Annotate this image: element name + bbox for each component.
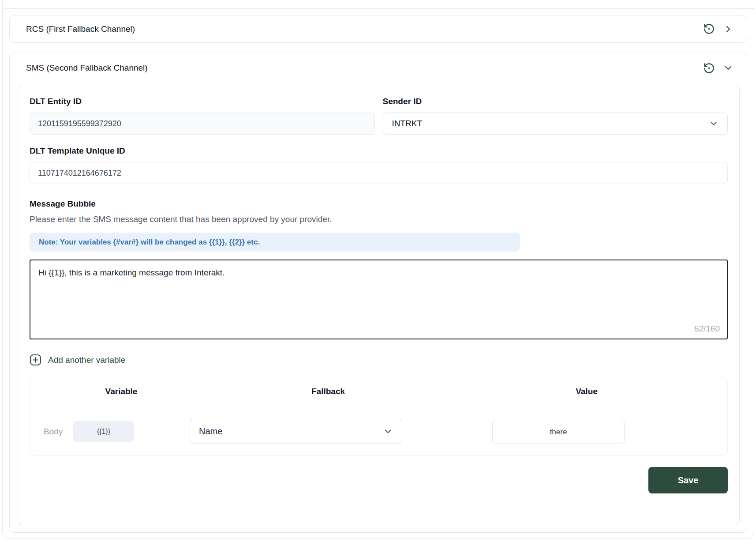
sms-panel: SMS (Second Fallback Channel) — [9, 52, 747, 533]
sms-message-textarea[interactable]: Hi {{1}}, this is a marketing message fr… — [30, 260, 728, 339]
dlt-entity-id-input[interactable] — [30, 113, 375, 135]
variable-value-input[interactable] — [492, 420, 625, 444]
history-restore-icon[interactable] — [703, 23, 715, 35]
save-button[interactable]: Save — [648, 467, 728, 493]
sms-settings-card: DLT Entity ID Sender ID INTRKT — [18, 85, 740, 525]
column-header-variable: Variable — [105, 387, 138, 396]
sender-id-select[interactable]: INTRKT — [383, 113, 728, 135]
message-bubble-heading: Message Bubble — [30, 199, 728, 209]
rcs-panel: RCS (First Fallback Channel) — [9, 15, 747, 43]
chevron-right-icon[interactable] — [723, 24, 734, 34]
column-header-value: Value — [576, 387, 598, 396]
plus-icon — [30, 354, 41, 366]
fallback-selected-value: Name — [199, 426, 383, 437]
dlt-template-id-label: DLT Template Unique ID — [30, 146, 728, 156]
variables-table: Variable Fallback Value Body {{1}} Name — [30, 379, 728, 455]
character-counter: 52/160 — [694, 324, 720, 334]
chevron-down-icon — [709, 119, 719, 128]
sender-id-label: Sender ID — [383, 97, 728, 106]
message-bubble-helper-text: Please enter the SMS message content tha… — [30, 215, 728, 224]
sender-id-selected-value: INTRKT — [392, 119, 709, 128]
add-variable-label: Add another variable — [48, 355, 125, 365]
previous-panel-divider — [3, 8, 754, 9]
history-restore-icon[interactable] — [703, 62, 715, 74]
variable-chip: {{1}} — [73, 421, 134, 442]
dlt-entity-id-label: DLT Entity ID — [30, 97, 375, 106]
variables-note: Note: Your variables {#var#} will be cha… — [30, 233, 520, 252]
dlt-template-id-input[interactable] — [30, 162, 728, 184]
variable-section-label: Body — [44, 427, 63, 437]
sms-panel-header[interactable]: SMS (Second Fallback Channel) — [10, 52, 747, 84]
add-variable-button[interactable]: Add another variable — [30, 354, 125, 366]
sms-panel-title: SMS (Second Fallback Channel) — [26, 63, 703, 73]
chevron-down-icon[interactable] — [723, 63, 734, 73]
column-header-fallback: Fallback — [311, 387, 345, 396]
rcs-panel-header[interactable]: RCS (First Fallback Channel) — [10, 15, 747, 42]
chevron-down-icon — [383, 426, 393, 437]
channels-container: RCS (First Fallback Channel) — [2, 0, 754, 539]
fallback-select[interactable]: Name — [190, 419, 402, 444]
rcs-panel-title: RCS (First Fallback Channel) — [26, 24, 703, 34]
